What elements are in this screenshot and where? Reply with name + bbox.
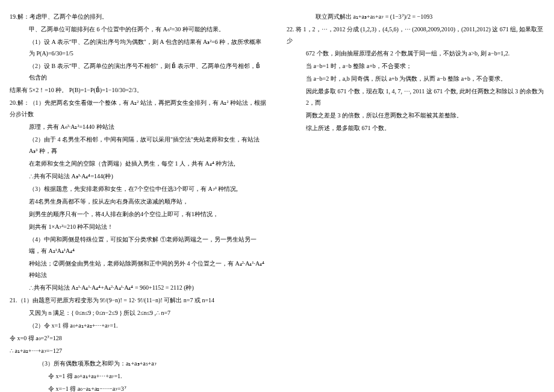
q20-line10: （4）中间和两侧是特殊位置，可按如下分类求解 ①老师站两端之一，另一男生站另一端… — [10, 234, 267, 257]
q22-line6: 两数之差是 3 的倍数，所以任意两数之和不能被其差整除。 — [287, 110, 544, 121]
q22-line7: 综上所述，最多能取 671 个数。 — [287, 122, 544, 134]
q21-line1: 21.（1）由题意可把原方程变形为 9!/(9−n)! = 12· 9!/(11… — [10, 294, 267, 306]
q21-line3: （2）令 x=1 得 a₀+a₁+a₂+⋯+a₇=1. — [10, 320, 267, 331]
q20-line12: ∴共有不同站法 A₂¹·A₄¹·A₄⁴+A₄²·A₄¹·A₄⁴ = 960+11… — [10, 282, 267, 293]
q19-line2: （1）设 A 表示"甲、乙的演出序号均为偶数"，则 A 包含的结果有 A₃²=6… — [10, 36, 267, 59]
q22-line1: 22. 将 1，2，⋯，2012 分成 (1,2,3)，(4,5,6)，⋯ (2… — [287, 23, 544, 46]
q20-line3: （2）由于 4 名男生不相邻，中间有间隔，故可以采用"插空法"先站老师和女生，有… — [10, 134, 267, 157]
q22-line2: 672 个数，则由抽屉原理必然有 2 个数属于同一组，不妨设为 a>b, 则 a… — [287, 48, 544, 59]
q21-line6: （3）所有偶数项系数之和即为：a₁+a₃+a₅+a₇ — [10, 358, 267, 369]
q19-line4: 结果有 5×2！=10 种。 P(B)=1−P(B̄)=1−10/30=2/3。 — [10, 84, 267, 96]
q19-heading: 19.解：考虑甲、乙两个单位的排列。 — [10, 11, 267, 22]
q21-line8: 令 x=−1 得 a₀−a₁+a₂−⋯−a₇=3⁷ — [10, 383, 267, 392]
q20-line9: 则共有 1×A₇³=210 种不同站法！ — [10, 221, 267, 232]
q19-line3: （2）设 B 表示"甲、乙两单位的演出序号不相邻"，则 B̄ 表示甲、乙两单位序… — [10, 60, 267, 83]
q20-line7: 若4名男生身高都不等，按从左向右身高依次递减的顺序站， — [10, 196, 267, 207]
q19-line1: 甲、乙两单位可能排列在 6 个位置中的任两个，有 A₆²=30 种可能的结果。 — [10, 23, 267, 35]
q22-line5: 因此最多取 671 个数，现在取 1, 4, 7, ⋯, 2011 这 671 … — [287, 86, 544, 108]
q20-line8: 则男生的顺序只有一个，将4人排在剩余的4个空位上即可，有1种情况， — [10, 208, 267, 220]
q21-line4: 令 x=0 得 a₀=2⁷=128 — [10, 332, 267, 344]
q20-line5: ∴共有不同站法 A₃³·A₄⁴=144(种) — [10, 170, 267, 182]
q22-line4: 当 a−b=2 时，a,b 同奇偶，所以 a+b 为偶数，从而 a−b 整除 a… — [287, 73, 544, 84]
q21-line7: 令 x=1 得 a₀+a₁+a₂+⋯+a₇=1. — [10, 370, 267, 382]
q20-line4: 在老师和女生之间的空隙（含两端）处插入男生，每空 1 人，共有 A₄⁴ 种方法, — [10, 158, 267, 169]
q20-line2: 原理，共有 A₆²·A₂²=1440 种站法 — [10, 121, 267, 132]
q22-line3: 当 a−b=1 时，a−b 整除 a+b，不合要求； — [287, 60, 544, 72]
right-top-eq: 联立两式解出 a₁+a₃+a₅+a₇ = (1−3⁷)/2 = −1093 — [287, 11, 544, 22]
q20-line1: 20.解：（1）先把两名女生看做一个整体，有 A₂² 站法，再把两女生全排列，有… — [10, 97, 267, 120]
q21-line5: ∴ a₁+a₂+⋯+a₇=−127 — [10, 345, 267, 356]
q20-line6: （3）根据题意，先安排老师和女生，在7个空位中任选3个即可，有 A₇³ 种情况, — [10, 183, 267, 194]
q20-line11: 种站法；②两侧全由男生站，老师站除两侧和正中间的另外 4 个位置之一，有 A₄²… — [10, 258, 267, 281]
q21-line2: 又因为 n 满足：{ 0≤n≤9 ; 0≤n−2≤9 } 所以 2≤n≤9 ,∴… — [10, 307, 267, 319]
